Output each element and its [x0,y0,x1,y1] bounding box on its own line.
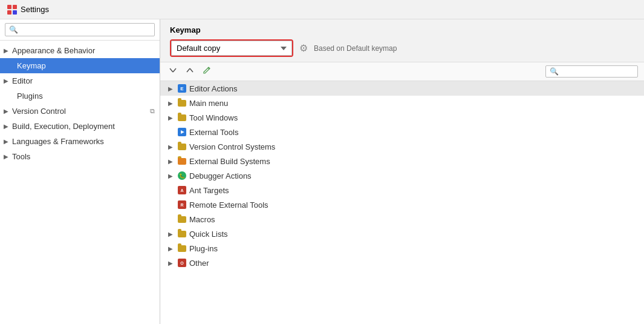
folder-icon [177,142,187,151]
collapse-all-button[interactable] [183,65,197,78]
nav-tree: ▶ Appearance & Behavior Keymap ▶ Editor … [0,41,160,324]
action-item-tool-windows[interactable]: ▶ Tool Windows [160,110,644,125]
action-item-label: Quick Lists [189,230,228,239]
folder-icon [177,98,187,108]
editor-actions-icon: E [177,84,187,93]
sidebar-item-label: Editor [12,76,33,85]
chevron-right-icon: ▶ [2,78,10,84]
chevron-right-icon: ▶ [166,260,175,266]
sidebar-item-version-control[interactable]: ▶ Version Control ⧉ [0,104,160,119]
svg-rect-2 [7,10,11,15]
chevron-right-icon: ▶ [166,173,175,179]
sidebar-item-plugins[interactable]: Plugins [0,88,160,104]
action-item-label: Tool Windows [189,113,238,122]
sidebar-search-input[interactable] [5,23,155,36]
svg-rect-0 [7,5,11,9]
keymap-based-on-text: Based on Default keymap [314,44,397,53]
bug-icon: 🐛 [177,171,187,180]
folder-icon [177,113,187,122]
svg-rect-1 [13,5,17,9]
action-item-label: Main menu [189,99,228,108]
action-list: ▶ E Editor Actions ▶ Main menu ▶ [160,81,644,324]
sidebar-item-editor[interactable]: ▶ Editor [0,73,160,88]
sidebar-item-label: Version Control [12,107,66,116]
sidebar-item-label: Languages & Frameworks [12,137,104,146]
keymap-dropdown-wrapper: Default copy Default Eclipse NetBeans Em… [170,39,293,57]
chevron-right-icon: ▶ [166,144,175,150]
chevron-right-icon: ▶ [166,245,175,252]
svg-rect-3 [13,10,17,15]
sidebar-item-label: Build, Execution, Deployment [12,122,115,131]
expand-all-button[interactable] [166,65,180,78]
chevron-right-icon: ▶ [2,138,10,145]
chevron-right-icon: ▶ [2,123,10,130]
window-title: Settings [21,5,49,14]
chevron-right-icon: ▶ [2,108,10,114]
sidebar-item-label: Keymap [17,61,46,70]
sidebar-item-label: Appearance & Behavior [12,46,95,55]
svg-line-7 [190,68,193,72]
sidebar-item-keymap[interactable]: Keymap [0,58,160,73]
action-item-plugins[interactable]: ▶ Plug-ins [160,241,644,256]
action-item-main-menu[interactable]: ▶ Main menu [160,96,644,110]
keymap-controls: Default copy Default Eclipse NetBeans Em… [170,39,634,57]
plugins-folder-icon [177,243,187,253]
sidebar-item-languages[interactable]: ▶ Languages & Frameworks [0,134,160,149]
action-item-label: Macros [189,215,215,224]
action-item-label: Remote External Tools [189,200,268,210]
keymap-title: Keymap [170,25,634,35]
chevron-right-icon: ▶ [2,153,10,160]
ant-icon: A [177,185,187,195]
action-item-editor-actions[interactable]: ▶ E Editor Actions [160,81,644,96]
chevron-right-icon: ▶ [166,100,175,107]
action-item-label: Plug-ins [189,244,218,253]
sidebar-item-build[interactable]: ▶ Build, Execution, Deployment [0,119,160,134]
toolbar-search[interactable]: 🔍 [545,65,638,78]
action-item-label: Editor Actions [189,84,238,93]
remote-icon: R [177,200,187,210]
action-item-label: Version Control Systems [189,142,275,151]
action-item-label: External Build Systems [189,157,270,166]
edit-shortcut-button[interactable] [200,65,213,78]
toolbar: 🔍 [160,62,644,81]
action-item-other[interactable]: ▶ O Other [160,256,644,270]
copy-icon: ⧉ [150,107,155,115]
action-item-quick-lists[interactable]: ▶ Quick Lists [160,226,644,241]
other-icon: O [177,258,187,268]
chevron-right-icon: ▶ [2,47,10,54]
svg-line-4 [170,68,173,72]
action-item-external-build[interactable]: ▶ External Build Systems [160,154,644,168]
macros-folder-icon [177,214,187,224]
external-tools-icon: ▶ [177,127,187,137]
sidebar: ▶ Appearance & Behavior Keymap ▶ Editor … [0,19,160,324]
chevron-right-icon: ▶ [166,231,175,237]
action-item-debugger[interactable]: ▶ 🐛 Debugger Actions [160,168,644,183]
action-item-label: Debugger Actions [189,171,252,180]
svg-line-5 [173,68,176,72]
chevron-right-icon: ▶ [166,85,175,92]
action-item-label: Other [189,259,209,268]
action-item-label: External Tools [189,128,238,137]
search-icon: 🔍 [550,67,559,76]
quick-lists-folder-icon [177,229,187,239]
content-area: Keymap Default copy Default Eclipse NetB… [160,19,644,324]
sidebar-search[interactable] [0,19,160,41]
action-item-external-tools[interactable]: ▶ External Tools [160,125,644,139]
action-item-macros[interactable]: Macros [160,212,644,226]
action-item-vcs[interactable]: ▶ Version Control Systems [160,139,644,154]
action-item-remote-external[interactable]: R Remote External Tools [160,197,644,212]
svg-line-6 [187,68,190,72]
sidebar-item-tools[interactable]: ▶ Tools [0,149,160,164]
sidebar-item-appearance[interactable]: ▶ Appearance & Behavior [0,43,160,58]
toolbar-search-input[interactable] [561,67,634,76]
gear-icon[interactable]: ⚙ [299,42,308,54]
orange-folder-icon [177,156,187,166]
title-bar: Settings [0,0,644,19]
action-item-ant-targets[interactable]: A Ant Targets [160,183,644,197]
chevron-right-icon: ▶ [166,114,175,121]
action-item-label: Ant Targets [189,186,229,195]
keymap-dropdown[interactable]: Default copy Default Eclipse NetBeans Em… [171,41,292,56]
sidebar-item-label: Plugins [17,91,43,101]
app-icon [7,5,17,15]
chevron-right-icon: ▶ [166,158,175,165]
